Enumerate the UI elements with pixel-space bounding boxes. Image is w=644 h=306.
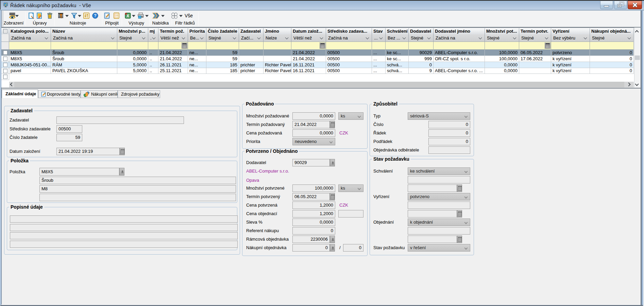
svg-text:X: X — [126, 14, 129, 18]
svg-text:?: ? — [94, 13, 97, 18]
